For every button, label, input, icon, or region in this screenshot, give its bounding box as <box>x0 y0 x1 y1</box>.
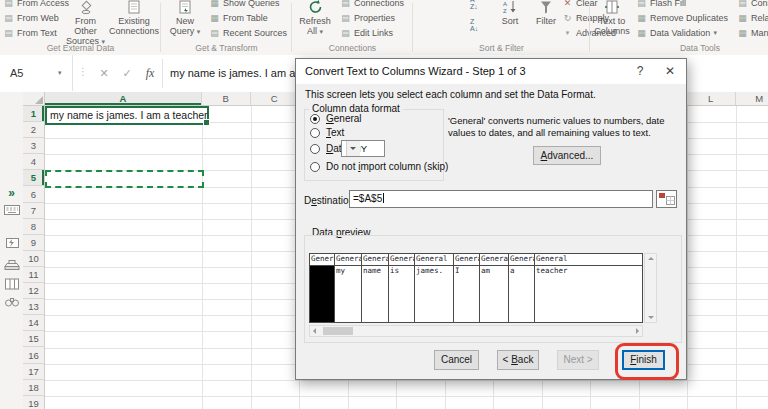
cell-a5-marching-ants[interactable] <box>45 170 204 188</box>
row-header-17[interactable]: 17 <box>23 364 44 380</box>
radio-date-control[interactable] <box>310 144 320 154</box>
from-table-button[interactable]: ▦From Table <box>209 11 268 24</box>
sort-descending-button[interactable]: ZA↓ <box>470 18 478 31</box>
name-box[interactable]: A5 <box>0 55 73 91</box>
manage-data-model-button[interactable]: ▦Manage Data Model <box>737 26 768 39</box>
refresh-all-button[interactable]: Refresh All ▾ <box>294 0 336 42</box>
name-box-dropdown-icon[interactable]: ▾ <box>58 55 62 91</box>
row-header-10[interactable]: 10 <box>23 251 44 267</box>
cancel-button[interactable]: Cancel <box>434 350 479 370</box>
row-header-8[interactable]: 8 <box>23 219 44 235</box>
select-all-corner[interactable] <box>23 92 45 106</box>
group-label-sort-filter: Sort & Filter <box>413 43 590 53</box>
close-icon[interactable]: ✕ <box>656 59 684 84</box>
existing-connections-button[interactable]: Existing Connections <box>109 0 159 42</box>
text-to-columns-button[interactable]: Text to Columns <box>590 0 634 42</box>
row-header-14[interactable]: 14 <box>23 315 44 331</box>
edit-links-button[interactable]: ▤Edit Links <box>340 26 393 39</box>
properties-button[interactable]: ▤Properties <box>340 11 395 24</box>
scroll-up-icon[interactable] <box>648 257 654 260</box>
row-header-6[interactable]: 6 <box>23 187 44 203</box>
radio-general-control[interactable] <box>310 114 320 124</box>
row-header-4[interactable]: 4 <box>23 154 44 170</box>
preview-cell[interactable]: my <box>335 266 362 322</box>
from-text-button[interactable]: ▤From Text <box>3 26 57 39</box>
column-header-C[interactable]: C <box>251 92 300 105</box>
date-format-dropdown[interactable]: DMY <box>341 140 385 157</box>
radio-general[interactable]: General <box>310 113 362 124</box>
new-query-button[interactable]: New Query ▾ <box>164 0 206 42</box>
row-header-16[interactable]: 16 <box>23 348 44 364</box>
advanced-button[interactable]: Advanced... <box>533 146 601 165</box>
preview-cell[interactable] <box>310 266 335 322</box>
keyboard-icon[interactable] <box>3 202 20 220</box>
preview-cell[interactable]: I <box>454 266 480 322</box>
radio-skip-control[interactable] <box>310 162 320 172</box>
from-web-button[interactable]: ▤From Web <box>3 11 59 24</box>
insert-function-icon[interactable]: fx <box>141 55 159 91</box>
sort-ascending-button[interactable]: AZ↓ <box>470 0 478 9</box>
preview-cell[interactable]: a <box>509 266 535 322</box>
row-header-11[interactable]: 11 <box>23 267 44 283</box>
consolidate-button[interactable]: ▤Consolidate <box>737 0 768 9</box>
chevron-down-icon[interactable] <box>346 141 360 156</box>
column-header-A[interactable]: A <box>45 92 202 105</box>
row-header-5[interactable]: 5 <box>23 170 44 186</box>
row-header-9[interactable]: 9 <box>23 235 44 251</box>
row-header-19[interactable]: 19 <box>23 396 44 409</box>
row-header-18[interactable]: 18 <box>23 380 44 396</box>
cell-a1-selected[interactable]: my name is james. I am a teacher <box>45 106 209 125</box>
dialog-titlebar[interactable]: Convert Text to Columns Wizard - Step 1 … <box>296 59 686 84</box>
scrollbar-thumb[interactable] <box>323 327 353 335</box>
expand-pane-icon[interactable]: » <box>3 186 20 200</box>
radio-skip[interactable]: Do not import column (skip) <box>310 161 448 172</box>
fill-handle[interactable] <box>203 119 210 126</box>
column-header-L[interactable]: L <box>687 92 736 105</box>
preview-cell[interactable]: james. <box>415 266 454 322</box>
row-header-3[interactable]: 3 <box>23 138 44 154</box>
filter-button[interactable]: Filter <box>532 0 560 42</box>
row-header-15[interactable]: 15 <box>23 331 44 347</box>
flash-fill-button[interactable]: ▤Flash Fill <box>636 0 686 9</box>
column-header-B[interactable]: B <box>202 92 251 105</box>
scroll-left-icon[interactable] <box>313 328 316 334</box>
columns-book-icon[interactable] <box>3 276 20 294</box>
help-icon[interactable]: ? <box>626 59 654 84</box>
connections-button[interactable]: ▤Connections <box>340 0 404 9</box>
printer-icon[interactable] <box>3 257 20 275</box>
row-header-1[interactable]: 1 <box>23 106 44 122</box>
preview-vertical-scrollbar[interactable] <box>644 253 657 323</box>
preview-horizontal-scrollbar[interactable] <box>309 325 643 337</box>
remove-duplicates-button[interactable]: ▦Remove Duplicates <box>636 11 728 24</box>
enter-entry-icon[interactable]: ✓ <box>118 55 136 91</box>
form-icon[interactable] <box>3 235 20 253</box>
data-preview-table[interactable]: GeneralGeneralGeneralGeneralGeneralGener… <box>309 253 643 323</box>
row-header-2[interactable]: 2 <box>23 122 44 138</box>
sort-button[interactable]: AZ Sort <box>490 0 530 42</box>
show-queries-button[interactable]: ▦Show Queries <box>209 0 280 9</box>
recent-sources-button[interactable]: ▤Recent Sources <box>209 26 287 39</box>
radio-text-control[interactable] <box>310 128 320 138</box>
preview-cell[interactable]: name <box>362 266 389 322</box>
row-header-12[interactable]: 12 <box>23 283 44 299</box>
scroll-down-icon[interactable] <box>648 316 654 319</box>
row-header-13[interactable]: 13 <box>23 299 44 315</box>
destination-input[interactable]: =$A$5 <box>349 190 653 208</box>
back-button[interactable]: < Back <box>497 350 539 370</box>
formula-bar-grip-icon[interactable]: ⋮ <box>78 55 88 89</box>
data-validation-button[interactable]: ▦Data Validation ▾ <box>636 26 717 39</box>
preview-cell[interactable]: am <box>480 266 509 322</box>
from-other-sources-button[interactable]: From Other Sources ▾ <box>63 0 108 42</box>
properties-icon: ▤ <box>340 13 351 23</box>
row-header-7[interactable]: 7 <box>23 203 44 219</box>
preview-cell[interactable]: teacher <box>535 266 642 322</box>
relationships-button[interactable]: ▦Relationships <box>737 11 768 24</box>
range-selector-button[interactable] <box>656 190 677 208</box>
binoculars-icon[interactable] <box>3 294 20 312</box>
radio-text[interactable]: Text <box>310 127 344 138</box>
preview-cell[interactable]: is <box>389 266 415 322</box>
scroll-right-icon[interactable] <box>636 328 639 334</box>
cancel-entry-icon[interactable]: ✕ <box>95 55 113 91</box>
from-access-button[interactable]: ▤From Access <box>3 0 69 9</box>
column-header-M[interactable]: M <box>736 92 768 105</box>
